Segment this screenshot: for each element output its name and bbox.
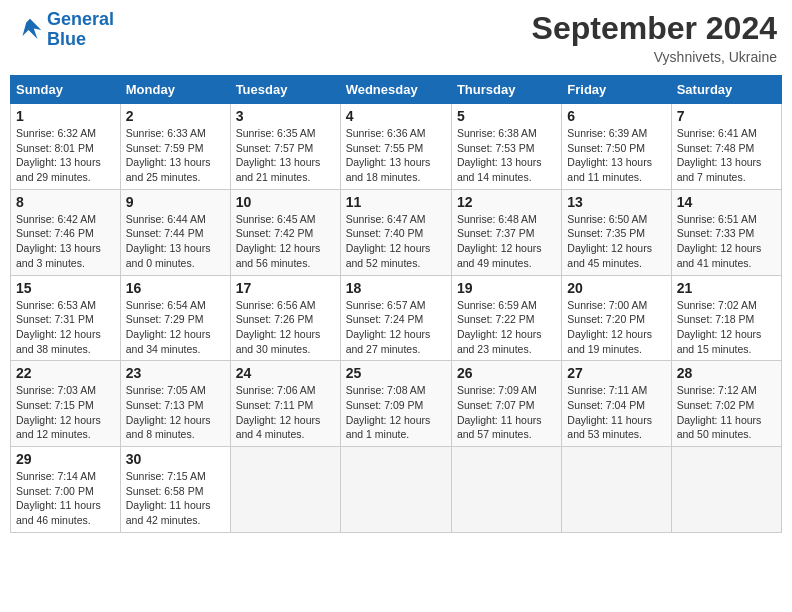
- day-number: 11: [346, 194, 446, 210]
- day-number: 25: [346, 365, 446, 381]
- day-info: Sunrise: 6:35 AMSunset: 7:57 PMDaylight:…: [236, 126, 335, 185]
- day-number: 9: [126, 194, 225, 210]
- day-info: Sunrise: 7:14 AMSunset: 7:00 PMDaylight:…: [16, 469, 115, 528]
- svg-marker-0: [23, 19, 42, 39]
- calendar-cell: 10Sunrise: 6:45 AMSunset: 7:42 PMDayligh…: [230, 189, 340, 275]
- day-number: 8: [16, 194, 115, 210]
- calendar-cell: 13Sunrise: 6:50 AMSunset: 7:35 PMDayligh…: [562, 189, 671, 275]
- day-info: Sunrise: 7:15 AMSunset: 6:58 PMDaylight:…: [126, 469, 225, 528]
- day-number: 6: [567, 108, 665, 124]
- day-info: Sunrise: 6:48 AMSunset: 7:37 PMDaylight:…: [457, 212, 556, 271]
- day-number: 20: [567, 280, 665, 296]
- calendar-week-row: 15Sunrise: 6:53 AMSunset: 7:31 PMDayligh…: [11, 275, 782, 361]
- calendar-cell: 14Sunrise: 6:51 AMSunset: 7:33 PMDayligh…: [671, 189, 781, 275]
- day-number: 2: [126, 108, 225, 124]
- day-number: 23: [126, 365, 225, 381]
- day-info: Sunrise: 7:05 AMSunset: 7:13 PMDaylight:…: [126, 383, 225, 442]
- day-info: Sunrise: 6:51 AMSunset: 7:33 PMDaylight:…: [677, 212, 776, 271]
- day-info: Sunrise: 6:57 AMSunset: 7:24 PMDaylight:…: [346, 298, 446, 357]
- calendar-week-row: 29Sunrise: 7:14 AMSunset: 7:00 PMDayligh…: [11, 447, 782, 533]
- calendar-cell: 17Sunrise: 6:56 AMSunset: 7:26 PMDayligh…: [230, 275, 340, 361]
- calendar-cell: 16Sunrise: 6:54 AMSunset: 7:29 PMDayligh…: [120, 275, 230, 361]
- calendar-week-row: 22Sunrise: 7:03 AMSunset: 7:15 PMDayligh…: [11, 361, 782, 447]
- calendar-cell: 18Sunrise: 6:57 AMSunset: 7:24 PMDayligh…: [340, 275, 451, 361]
- calendar-cell: 23Sunrise: 7:05 AMSunset: 7:13 PMDayligh…: [120, 361, 230, 447]
- calendar-cell: 24Sunrise: 7:06 AMSunset: 7:11 PMDayligh…: [230, 361, 340, 447]
- calendar-cell: [671, 447, 781, 533]
- day-number: 30: [126, 451, 225, 467]
- calendar-cell: 9Sunrise: 6:44 AMSunset: 7:44 PMDaylight…: [120, 189, 230, 275]
- day-info: Sunrise: 7:02 AMSunset: 7:18 PMDaylight:…: [677, 298, 776, 357]
- day-number: 13: [567, 194, 665, 210]
- calendar-cell: 12Sunrise: 6:48 AMSunset: 7:37 PMDayligh…: [451, 189, 561, 275]
- day-info: Sunrise: 6:47 AMSunset: 7:40 PMDaylight:…: [346, 212, 446, 271]
- day-number: 18: [346, 280, 446, 296]
- calendar-cell: 19Sunrise: 6:59 AMSunset: 7:22 PMDayligh…: [451, 275, 561, 361]
- month-title: September 2024: [532, 10, 777, 47]
- calendar-week-row: 8Sunrise: 6:42 AMSunset: 7:46 PMDaylight…: [11, 189, 782, 275]
- day-number: 19: [457, 280, 556, 296]
- day-info: Sunrise: 7:06 AMSunset: 7:11 PMDaylight:…: [236, 383, 335, 442]
- calendar-cell: 25Sunrise: 7:08 AMSunset: 7:09 PMDayligh…: [340, 361, 451, 447]
- day-info: Sunrise: 7:11 AMSunset: 7:04 PMDaylight:…: [567, 383, 665, 442]
- header-friday: Friday: [562, 76, 671, 104]
- day-info: Sunrise: 6:42 AMSunset: 7:46 PMDaylight:…: [16, 212, 115, 271]
- calendar-cell: 30Sunrise: 7:15 AMSunset: 6:58 PMDayligh…: [120, 447, 230, 533]
- location: Vyshnivets, Ukraine: [532, 49, 777, 65]
- calendar-cell: 8Sunrise: 6:42 AMSunset: 7:46 PMDaylight…: [11, 189, 121, 275]
- day-number: 7: [677, 108, 776, 124]
- calendar-cell: 28Sunrise: 7:12 AMSunset: 7:02 PMDayligh…: [671, 361, 781, 447]
- day-number: 17: [236, 280, 335, 296]
- day-info: Sunrise: 6:56 AMSunset: 7:26 PMDaylight:…: [236, 298, 335, 357]
- calendar-cell: 3Sunrise: 6:35 AMSunset: 7:57 PMDaylight…: [230, 104, 340, 190]
- calendar-cell: 4Sunrise: 6:36 AMSunset: 7:55 PMDaylight…: [340, 104, 451, 190]
- calendar-cell: 2Sunrise: 6:33 AMSunset: 7:59 PMDaylight…: [120, 104, 230, 190]
- day-number: 3: [236, 108, 335, 124]
- title-block: September 2024 Vyshnivets, Ukraine: [532, 10, 777, 65]
- calendar-cell: 15Sunrise: 6:53 AMSunset: 7:31 PMDayligh…: [11, 275, 121, 361]
- day-info: Sunrise: 6:41 AMSunset: 7:48 PMDaylight:…: [677, 126, 776, 185]
- calendar-cell: 22Sunrise: 7:03 AMSunset: 7:15 PMDayligh…: [11, 361, 121, 447]
- day-info: Sunrise: 6:33 AMSunset: 7:59 PMDaylight:…: [126, 126, 225, 185]
- header-tuesday: Tuesday: [230, 76, 340, 104]
- logo-line1: General: [47, 9, 114, 29]
- day-info: Sunrise: 6:45 AMSunset: 7:42 PMDaylight:…: [236, 212, 335, 271]
- calendar-cell: [340, 447, 451, 533]
- calendar-cell: [451, 447, 561, 533]
- logo: General Blue: [15, 10, 114, 50]
- day-number: 5: [457, 108, 556, 124]
- day-number: 15: [16, 280, 115, 296]
- day-info: Sunrise: 6:50 AMSunset: 7:35 PMDaylight:…: [567, 212, 665, 271]
- day-number: 27: [567, 365, 665, 381]
- page-header: General Blue September 2024 Vyshnivets, …: [10, 10, 782, 65]
- logo-icon: [15, 15, 45, 45]
- calendar-table: Sunday Monday Tuesday Wednesday Thursday…: [10, 75, 782, 533]
- day-info: Sunrise: 6:32 AMSunset: 8:01 PMDaylight:…: [16, 126, 115, 185]
- calendar-cell: 1Sunrise: 6:32 AMSunset: 8:01 PMDaylight…: [11, 104, 121, 190]
- day-number: 28: [677, 365, 776, 381]
- day-info: Sunrise: 6:59 AMSunset: 7:22 PMDaylight:…: [457, 298, 556, 357]
- day-number: 26: [457, 365, 556, 381]
- day-info: Sunrise: 6:38 AMSunset: 7:53 PMDaylight:…: [457, 126, 556, 185]
- day-info: Sunrise: 6:39 AMSunset: 7:50 PMDaylight:…: [567, 126, 665, 185]
- day-number: 1: [16, 108, 115, 124]
- header-thursday: Thursday: [451, 76, 561, 104]
- calendar-week-row: 1Sunrise: 6:32 AMSunset: 8:01 PMDaylight…: [11, 104, 782, 190]
- header-saturday: Saturday: [671, 76, 781, 104]
- day-info: Sunrise: 7:12 AMSunset: 7:02 PMDaylight:…: [677, 383, 776, 442]
- calendar-cell: 5Sunrise: 6:38 AMSunset: 7:53 PMDaylight…: [451, 104, 561, 190]
- day-info: Sunrise: 6:54 AMSunset: 7:29 PMDaylight:…: [126, 298, 225, 357]
- day-number: 24: [236, 365, 335, 381]
- day-info: Sunrise: 6:44 AMSunset: 7:44 PMDaylight:…: [126, 212, 225, 271]
- day-number: 4: [346, 108, 446, 124]
- day-info: Sunrise: 6:36 AMSunset: 7:55 PMDaylight:…: [346, 126, 446, 185]
- day-info: Sunrise: 7:00 AMSunset: 7:20 PMDaylight:…: [567, 298, 665, 357]
- day-number: 12: [457, 194, 556, 210]
- header-monday: Monday: [120, 76, 230, 104]
- day-number: 14: [677, 194, 776, 210]
- weekday-header-row: Sunday Monday Tuesday Wednesday Thursday…: [11, 76, 782, 104]
- day-number: 29: [16, 451, 115, 467]
- day-info: Sunrise: 7:08 AMSunset: 7:09 PMDaylight:…: [346, 383, 446, 442]
- calendar-cell: [562, 447, 671, 533]
- day-number: 16: [126, 280, 225, 296]
